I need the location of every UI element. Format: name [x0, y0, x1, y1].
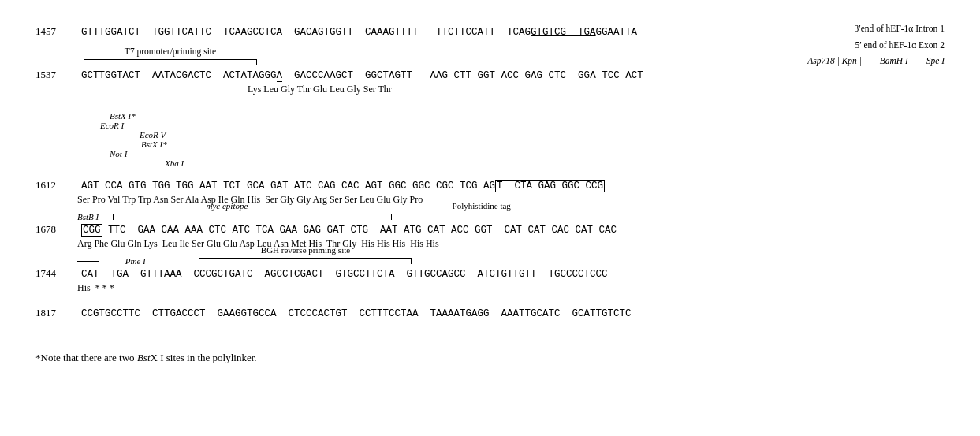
t7-label: T7 promoter/priming site [125, 47, 216, 56]
t7-overline [84, 59, 257, 65]
pmei-label: Pme I [125, 256, 146, 266]
bamhi-label: BamH I [880, 56, 908, 65]
line-number-1678: 1678 [35, 222, 75, 238]
asp718-label: Asp718 | Kpn | [807, 56, 862, 65]
myc-bracket: myc epitope [113, 212, 341, 222]
bgh-bracket: BGH reverse priming site [199, 256, 412, 266]
xbai-label: Xba I [165, 158, 184, 168]
seq-line-1457: 1457GTTTGGATCT TGGTTCATTC TCAAGCCTCA GAC… [35, 24, 945, 40]
line-number-1612: 1612 [35, 177, 75, 194]
spei-label: Spe I [926, 56, 945, 65]
myc-overline [113, 214, 341, 220]
seq-1817: CCGTGCCTTC CTTGACCCT GAAGGTGCCA CTCCCACT… [81, 306, 632, 322]
t7-bracket: T7 promoter/priming site [84, 58, 257, 67]
polyhis-overline [391, 214, 572, 220]
enzyme-row-1537-top: Asp718 | Kpn | BamH I Spe I [807, 56, 945, 65]
bracket-row-1744: Pme I BGH reverse priming site [35, 256, 945, 266]
translation-1678: Arg Phe Glu Gln Lys Leu Ile Ser Glu Glu … [35, 238, 945, 250]
t7-bracket-row: T7 promoter/priming site Asp718 | Kpn | … [35, 58, 945, 67]
bgh-overline [199, 258, 412, 264]
polyhis-bracket: Polyhistidine tag [391, 212, 572, 222]
line-number-1817: 1817 [35, 305, 75, 322]
sequence-block-1744: 1744CAT TGA GTTTAAA CCCGCTGATC AGCCTCGAC… [35, 266, 945, 294]
bstx-italic: Bst [137, 352, 151, 363]
polyhis-label: Polyhistidine tag [453, 201, 511, 211]
sequence-block-1537: 1537GCTTGGTACT AATACGACTC ACTATAGGGA GAC… [35, 67, 945, 95]
seq-1537: GCTTGGTACT AATACGACTC ACTATAGGGA GACCCAA… [81, 68, 643, 84]
seq-line-1817: 1817CCGTGCCTTC CTTGACCCT GAAGGTGCCA CTCC… [35, 305, 945, 322]
noti-label: Not I [110, 149, 127, 158]
bstfb-label: BstB I [77, 212, 99, 222]
bracket-row-1678: BstB I myc epitope Polyhistidine tag [35, 212, 945, 222]
ecori-label: EcoR I [100, 121, 124, 130]
translation-1537: Lys Leu Gly Thr Glu Leu Gly Ser Thr [35, 84, 945, 95]
seq-line-1678: 1678CGG TTC GAA CAA AAA CTC ATC TCA GAA … [35, 222, 945, 238]
seq-1612: AGT CCA GTG TGG TGG AAT TCT GCA GAT ATC … [81, 178, 605, 194]
footnote-text: *Note that there are two BstX I sites in… [35, 352, 257, 363]
seq-1678: CGG TTC GAA CAA AAA CTC ATC TCA GAA GAG … [81, 222, 617, 238]
seq-line-1537: 1537GCTTGGTACT AATACGACTC ACTATAGGGA GAC… [35, 67, 945, 84]
seq-line-1744: 1744CAT TGA GTTTAAA CCCGCTGATC AGCCTCGAC… [35, 266, 945, 282]
seq-1457: GTTTGGATCT TGGTTCATTC TCAAGCCTCA GACAGTG… [81, 24, 637, 40]
bstxi-star-2: BstX I* [141, 140, 167, 149]
seq-line-1612: 1612AGT CCA GTG TGG TGG AAT TCT GCA GAT … [35, 177, 945, 194]
intron-label: 3′end of hEF-1α Intron 1 [854, 24, 945, 33]
bstxi-star-1: BstX I* [110, 111, 136, 121]
enzyme-row-1612: BstX I* EcoR I EcoR V BstX I* Not I Xba … [35, 102, 945, 177]
sequence-block-1817: 1817CCGTGCCTTC CTTGACCCT GAAGGTGCCA CTCC… [35, 305, 945, 322]
footnote: *Note that there are two BstX I sites in… [35, 352, 945, 364]
main-content: 3′end of hEF-1α Intron 1 1457GTTTGGATCT … [24, 16, 956, 372]
line-number-1537: 1537 [35, 67, 75, 84]
line-number-1457: 1457 [35, 24, 75, 40]
bgh-label: BGH reverse priming site [261, 245, 350, 255]
seq-1744: CAT TGA GTTTAAA CCCGCTGATC AGCCTCGACT GT… [81, 266, 608, 282]
translation-1744: His * * * [35, 282, 945, 294]
line-number-1744: 1744 [35, 266, 75, 282]
cat-overline [77, 261, 99, 266]
sequence-block-1678: 1678CGG TTC GAA CAA AAA CTC ATC TCA GAA … [35, 222, 945, 250]
myc-label: myc epitope [207, 201, 248, 211]
ecorv-label: EcoR V [140, 130, 166, 140]
